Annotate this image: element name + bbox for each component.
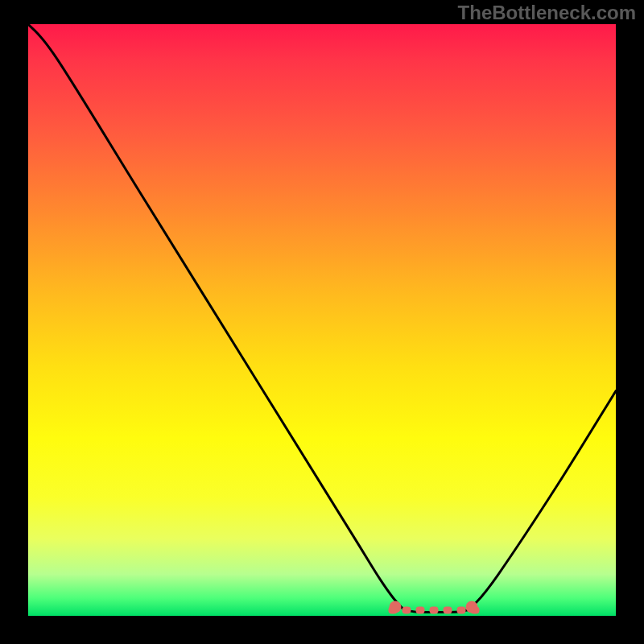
plot-area (28, 24, 616, 616)
optimal-dash (443, 606, 452, 613)
watermark-text: TheBottleneck.com (458, 2, 636, 24)
optimal-dash (415, 606, 424, 613)
range-marker (466, 601, 478, 613)
optimal-dash (429, 606, 438, 613)
bottleneck-curve (28, 24, 616, 616)
optimal-dash (402, 606, 411, 613)
optimal-dash (456, 606, 465, 613)
range-marker (390, 601, 402, 613)
